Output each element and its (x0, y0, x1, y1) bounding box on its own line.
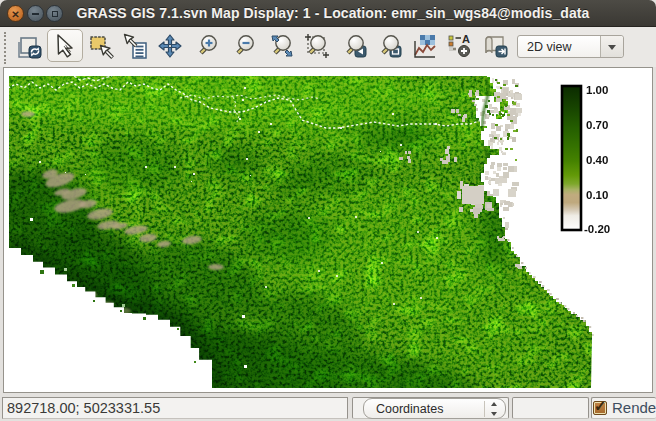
svg-text:0.70: 0.70 (586, 119, 608, 131)
svg-text:0.10: 0.10 (586, 189, 608, 201)
svg-text:-0.20: -0.20 (584, 223, 610, 235)
svg-text:0.40: 0.40 (586, 154, 608, 166)
svg-text:A: A (462, 33, 470, 45)
svg-text:1.00: 1.00 (586, 84, 608, 96)
